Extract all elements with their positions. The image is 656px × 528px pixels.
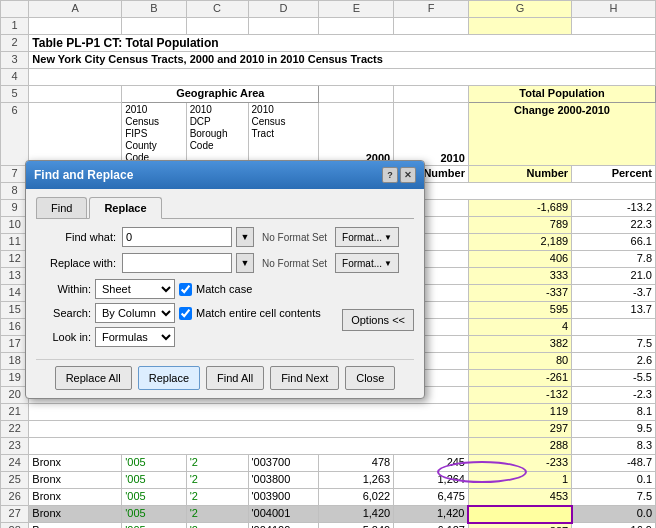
cell-g1[interactable] <box>468 18 571 35</box>
row-1[interactable]: 1 <box>1 18 29 35</box>
cell-f1[interactable] <box>394 18 469 35</box>
cell-g12[interactable]: 406 <box>468 251 571 268</box>
col-header-f[interactable]: F <box>394 1 469 18</box>
cell-c26[interactable]: '2 <box>186 489 248 506</box>
find-what-dropdown[interactable]: ▼ <box>236 227 254 247</box>
cell-d25[interactable]: '003800 <box>248 472 319 489</box>
cell-b5[interactable]: Geographic Area <box>122 86 319 103</box>
replace-button[interactable]: Replace <box>138 366 200 390</box>
row-3[interactable]: 3 <box>1 52 29 69</box>
find-format-button[interactable]: Format... ▼ <box>335 227 399 247</box>
cell-g24[interactable]: -233 <box>468 455 571 472</box>
cell-g18[interactable]: 80 <box>468 353 571 370</box>
find-all-button[interactable]: Find All <box>206 366 264 390</box>
find-next-button[interactable]: Find Next <box>270 366 339 390</box>
cell-d26[interactable]: '003900 <box>248 489 319 506</box>
cell-g22[interactable]: 297 <box>468 421 571 438</box>
cell-b28[interactable]: '005 <box>122 523 186 529</box>
cell-c24[interactable]: '2 <box>186 455 248 472</box>
cell-b1[interactable] <box>122 18 186 35</box>
cell-a25[interactable]: Bronx <box>29 472 122 489</box>
cell-h23[interactable]: 8.3 <box>572 438 656 455</box>
cell-h9[interactable]: -13.2 <box>572 200 656 217</box>
cell-f24[interactable]: 245 <box>394 455 469 472</box>
cell-g14[interactable]: -337 <box>468 285 571 302</box>
cell-d27[interactable]: '004001 <box>248 506 319 523</box>
cell-g28[interactable]: 887 <box>468 523 571 529</box>
cell-g13[interactable]: 333 <box>468 268 571 285</box>
cell-h27[interactable]: 0.0 <box>572 506 656 523</box>
cell-g6[interactable]: Change 2000-2010 <box>468 103 655 166</box>
cell-h1[interactable] <box>572 18 656 35</box>
within-select[interactable]: Sheet Workbook <box>95 279 175 299</box>
match-entire-checkbox[interactable] <box>179 307 192 320</box>
cell-a26[interactable]: Bronx <box>29 489 122 506</box>
cell-h16[interactable] <box>572 319 656 336</box>
cell-g5[interactable]: Total Population <box>468 86 655 103</box>
cell-g27[interactable] <box>468 506 571 523</box>
cell-h15[interactable]: 13.7 <box>572 302 656 319</box>
cell-e25[interactable]: 1,263 <box>319 472 394 489</box>
cell-g7[interactable]: Number <box>468 166 571 183</box>
options-button[interactable]: Options << <box>342 309 414 331</box>
row-5[interactable]: 5 <box>1 86 29 103</box>
cell-g16[interactable]: 4 <box>468 319 571 336</box>
cell-b6[interactable]: 2010CensusFIPSCountyCode <box>122 103 186 166</box>
cell-g19[interactable]: -261 <box>468 370 571 387</box>
row-25[interactable]: 25 <box>1 472 29 489</box>
dialog-close-button[interactable]: ✕ <box>400 167 416 183</box>
row-27[interactable]: 27 <box>1 506 29 523</box>
tab-find[interactable]: Find <box>36 197 87 218</box>
cell-g11[interactable]: 2,189 <box>468 234 571 251</box>
cell-d6[interactable]: 2010CensusTract <box>248 103 319 166</box>
replace-all-button[interactable]: Replace All <box>55 366 132 390</box>
find-what-input[interactable] <box>122 227 232 247</box>
row-24[interactable]: 24 <box>1 455 29 472</box>
cell-g23[interactable]: 288 <box>468 438 571 455</box>
cell-d28[interactable]: '004100 <box>248 523 319 529</box>
look-in-select[interactable]: Formulas Values Comments <box>95 327 175 347</box>
cell-h18[interactable]: 2.6 <box>572 353 656 370</box>
search-select[interactable]: By Columns By Rows <box>95 303 175 323</box>
replace-with-dropdown[interactable]: ▼ <box>236 253 254 273</box>
row-28[interactable]: 28 <box>1 523 29 529</box>
tab-replace[interactable]: Replace <box>89 197 161 219</box>
cell-e24[interactable]: 478 <box>319 455 394 472</box>
cell-b27[interactable]: '005 <box>122 506 186 523</box>
col-header-c[interactable]: C <box>186 1 248 18</box>
cell-a23[interactable] <box>29 438 469 455</box>
cell-a2[interactable]: Table PL-P1 CT: Total Population <box>29 35 656 52</box>
cell-b24[interactable]: '005 <box>122 455 186 472</box>
cell-d24[interactable]: '003700 <box>248 455 319 472</box>
cell-a22[interactable] <box>29 421 469 438</box>
cell-h12[interactable]: 7.8 <box>572 251 656 268</box>
cell-a28[interactable]: Bronx <box>29 523 122 529</box>
cell-h11[interactable]: 66.1 <box>572 234 656 251</box>
replace-with-input[interactable] <box>122 253 232 273</box>
col-header-d[interactable]: D <box>248 1 319 18</box>
replace-format-button[interactable]: Format... ▼ <box>335 253 399 273</box>
cell-a4[interactable] <box>29 69 656 86</box>
cell-g15[interactable]: 595 <box>468 302 571 319</box>
row-4[interactable]: 4 <box>1 69 29 86</box>
cell-g26[interactable]: 453 <box>468 489 571 506</box>
cell-f6[interactable]: 2010 <box>394 103 469 166</box>
cell-h26[interactable]: 7.5 <box>572 489 656 506</box>
cell-b26[interactable]: '005 <box>122 489 186 506</box>
cell-f26[interactable]: 6,475 <box>394 489 469 506</box>
cell-a27[interactable]: Bronx <box>29 506 122 523</box>
cell-f27[interactable]: 1,420 <box>394 506 469 523</box>
cell-g20[interactable]: -132 <box>468 387 571 404</box>
cell-c1[interactable] <box>186 18 248 35</box>
cell-h10[interactable]: 22.3 <box>572 217 656 234</box>
cell-a1[interactable] <box>29 18 122 35</box>
cell-d1[interactable] <box>248 18 319 35</box>
cell-h7[interactable]: Percent <box>572 166 656 183</box>
cell-e27[interactable]: 1,420 <box>319 506 394 523</box>
cell-a24[interactable]: Bronx <box>29 455 122 472</box>
row-2[interactable]: 2 <box>1 35 29 52</box>
cell-f25[interactable]: 1,264 <box>394 472 469 489</box>
cell-e5[interactable] <box>319 86 394 103</box>
cell-h14[interactable]: -3.7 <box>572 285 656 302</box>
cell-g21[interactable]: 119 <box>468 404 571 421</box>
